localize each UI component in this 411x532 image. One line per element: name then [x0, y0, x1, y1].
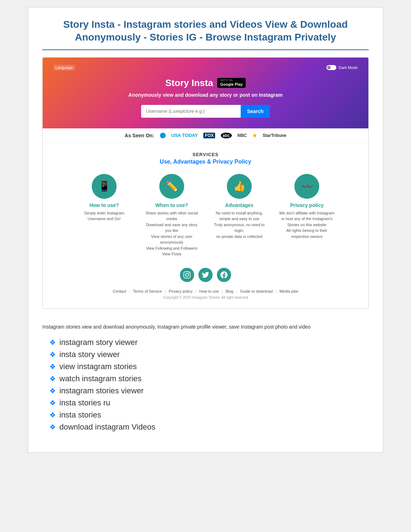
page-title: Story Insta - Instagram stories and Vide…	[42, 18, 369, 50]
privacy-icon: 〰️	[294, 174, 319, 199]
bullet-diamond: ❖	[49, 387, 56, 395]
list-item: ❖ instagram story viewer	[49, 338, 369, 347]
browser-frame: Language Dark Mode Story Insta GET IT ON…	[42, 57, 369, 309]
bullet-diamond: ❖	[49, 338, 56, 347]
usa-today-brand: USA TODAY	[171, 133, 198, 138]
star-tribune-brand: StarTribune	[263, 133, 287, 138]
how-to-use-desc: Simply enter Instagram Username and Go!	[76, 210, 133, 222]
browser-bar: Language Dark Mode	[53, 65, 358, 70]
bullet-diamond: ❖	[49, 350, 56, 359]
service-item-when-to-use: ✏️ When to use? Share stories with other…	[143, 174, 200, 257]
intro-text: Instagram stories view and download anon…	[42, 323, 369, 331]
footer-guide[interactable]: Guide to download	[240, 289, 273, 293]
advantages-icon: 👍	[227, 174, 252, 199]
footer-privacy[interactable]: Privacy policy	[169, 289, 192, 293]
advantages-title: Advantages	[225, 202, 253, 208]
page-container: Story Insta - Instagram stories and Vide…	[28, 7, 383, 453]
services-label: SERVICES	[50, 152, 361, 157]
how-to-use-title: How to use?	[89, 202, 119, 208]
bullet-diamond: ❖	[49, 362, 56, 371]
footer-links: Contact | Terms of Service | Privacy pol…	[50, 289, 361, 293]
footer-how-to-use[interactable]: How to use	[199, 289, 219, 293]
dark-mode-toggle[interactable]: Dark Mode	[326, 65, 358, 70]
footer-media-jobs[interactable]: Media jobs	[279, 289, 298, 293]
as-seen-on-bar: As Seen On: USA TODAY FOX abc NBC ★ Star…	[43, 128, 368, 143]
content-section: Instagram stories view and download anon…	[42, 319, 369, 438]
bullet-diamond: ❖	[49, 423, 56, 431]
footer-blog[interactable]: Blog	[225, 289, 233, 293]
advantages-desc: No need to install anything, simple and …	[211, 210, 268, 240]
hero-section: Language Dark Mode Story Insta GET IT ON…	[43, 58, 368, 128]
facebook-social-button[interactable]	[217, 268, 231, 282]
services-subtitle: Use, Advantages & Privacy Policy	[50, 159, 361, 165]
search-row: Search	[53, 105, 358, 118]
item-text: insta story viewer	[59, 350, 120, 359]
toggle-switch[interactable]	[326, 65, 336, 70]
search-input[interactable]	[141, 105, 241, 118]
list-item: ❖ instagram stories viewer	[49, 386, 369, 395]
nbc-brand: NBC	[237, 133, 247, 138]
item-text: download instagram Videos	[59, 422, 155, 432]
as-seen-label: As Seen On:	[125, 133, 154, 138]
footer-copyright: Copyright © 2019 Instagram Stories. All …	[50, 296, 361, 299]
item-text: instagram story viewer	[59, 338, 138, 347]
bullet-diamond: ❖	[49, 399, 56, 407]
fox-brand: FOX	[203, 133, 215, 138]
hero-title-row: Story Insta GET IT ON Google Play	[53, 78, 358, 89]
language-label[interactable]: Language	[53, 65, 75, 70]
item-text: instagram stories viewer	[59, 386, 144, 395]
when-to-use-title: When to use?	[155, 202, 188, 208]
footer-contact[interactable]: Contact	[113, 289, 126, 293]
list-item: ❖ insta stories	[49, 410, 369, 420]
google-play-badge[interactable]: GET IT ON Google Play	[217, 78, 246, 88]
search-button[interactable]: Search	[241, 105, 270, 118]
how-to-use-icon: 📱	[92, 174, 117, 199]
service-item-advantages: 👍 Advantages No need to install anything…	[211, 174, 268, 257]
item-text: insta stories ru	[59, 398, 110, 408]
list-item: ❖ view instagram stories	[49, 362, 369, 371]
privacy-title: Privacy policy	[290, 202, 324, 208]
list-item: ❖ watch instagram stories	[49, 374, 369, 383]
instagram-social-button[interactable]	[180, 268, 194, 282]
hero-subtitle: Anonymously view and download any story …	[53, 92, 358, 98]
item-text: view instagram stories	[59, 362, 137, 371]
toggle-knob	[327, 66, 331, 69]
bullet-diamond: ❖	[49, 411, 56, 419]
service-item-how-to-use: 📱 How to use? Simply enter Instagram Use…	[76, 174, 133, 257]
bullet-list: ❖ instagram story viewer ❖ insta story v…	[42, 338, 369, 432]
star-icon: ★	[252, 133, 257, 138]
item-text: insta stories	[59, 410, 101, 420]
item-text: watch instagram stories	[59, 374, 142, 383]
bullet-diamond: ❖	[49, 374, 56, 383]
service-item-privacy: 〰️ Privacy policy We don't affiliate wit…	[278, 174, 335, 257]
when-to-use-desc: Share stories with other social mediaDow…	[143, 210, 200, 257]
services-grid: 📱 How to use? Simply enter Instagram Use…	[50, 174, 361, 257]
privacy-desc: We don't affiliate with Instagram or hos…	[278, 210, 335, 240]
when-to-use-icon: ✏️	[159, 174, 184, 199]
footer-terms[interactable]: Terms of Service	[133, 289, 162, 293]
abc-brand: abc	[221, 133, 232, 138]
twitter-social-button[interactable]	[198, 268, 213, 282]
services-section: SERVICES Use, Advantages & Privacy Polic…	[43, 143, 368, 308]
hero-brand: Story Insta	[165, 78, 213, 89]
list-item: ❖ download instagram Videos	[49, 422, 369, 432]
list-item: ❖ insta story viewer	[49, 350, 369, 359]
social-row	[50, 268, 361, 282]
usa-today-icon	[160, 133, 166, 138]
list-item: ❖ insta stories ru	[49, 398, 369, 408]
